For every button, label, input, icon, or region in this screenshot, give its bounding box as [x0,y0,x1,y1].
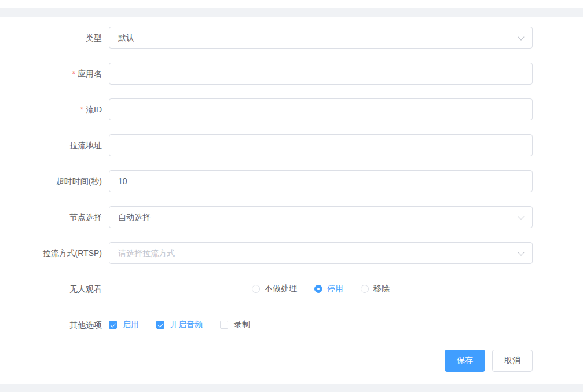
checkbox-icon [220,321,228,329]
checkbox-record[interactable]: 录制 [220,320,250,330]
radio-disable-label: 停用 [327,284,343,294]
timeout-label: 超时时间(秒) [0,170,102,192]
checkbox-enable[interactable]: 启用 [109,320,139,330]
pull-url-input-wrap [109,134,533,156]
form-actions: 保存 取消 [0,350,533,372]
type-select-value: 默认 [118,27,134,48]
pull-mode-select-placeholder: 请选择拉流方式 [118,243,175,263]
no-viewer-label: 无人观看 [0,278,102,300]
checkbox-enable-label: 启用 [123,320,139,330]
stream-id-input-wrap [109,98,533,120]
form-row-other-options: 其他选项 启用 开启音频 录制 [0,314,583,336]
radio-no-action-label: 不做处理 [265,284,297,294]
checkbox-audio-label: 开启音频 [170,320,203,330]
timeout-input[interactable] [109,170,533,192]
node-select-label: 节点选择 [0,206,102,228]
type-label: 类型 [0,27,102,49]
required-asterisk: * [80,105,83,114]
form-row-pull-mode: 拉流方式(RTSP) 请选择拉流方式 [0,242,583,264]
pull-url-input[interactable] [109,134,533,156]
form-row-stream-id: *流ID [0,98,583,120]
other-options-label: 其他选项 [0,314,102,336]
form-row-pull-url: 拉流地址 [0,134,583,156]
radio-remove-label: 移除 [373,284,390,294]
top-white-strip [0,0,583,8]
type-select[interactable]: 默认 [109,27,533,49]
pull-mode-select-wrap: 请选择拉流方式 [109,242,533,264]
checkbox-icon [156,321,164,329]
node-select[interactable]: 自动选择 [109,206,533,228]
pull-mode-label: 拉流方式(RTSP) [0,242,102,264]
app-name-label: *应用名 [0,63,102,85]
chevron-down-icon [518,35,523,40]
chevron-down-icon [518,214,523,219]
radio-circle-icon [361,285,369,293]
form-row-no-viewer: 无人观看 不做处理 停用 移除 [0,278,583,300]
form-row-node-select: 节点选择 自动选择 [0,206,583,228]
form-row-app-name: *应用名 [0,63,583,85]
radio-circle-icon [314,285,322,293]
stream-id-label: *流ID [0,98,102,120]
stream-config-form: 类型 默认 *应用名 *流ID 拉流地址 超时时间(秒) [0,17,583,384]
no-viewer-radio-group: 不做处理 停用 移除 [109,284,533,294]
save-button[interactable]: 保存 [445,350,485,372]
app-name-input-wrap [109,63,533,85]
pull-mode-select[interactable]: 请选择拉流方式 [109,242,533,264]
bottom-background-strip [0,384,583,392]
node-select-value: 自动选择 [118,207,151,228]
pull-url-label: 拉流地址 [0,134,102,156]
timeout-input-wrap [109,170,533,192]
checkbox-record-label: 录制 [234,320,250,330]
checkbox-icon [109,321,117,329]
checkbox-audio[interactable]: 开启音频 [156,320,203,330]
form-row-type: 类型 默认 [0,27,583,49]
stream-id-input[interactable] [109,98,533,120]
radio-no-action[interactable]: 不做处理 [252,284,297,294]
page-background-divider [0,8,583,17]
radio-remove[interactable]: 移除 [361,284,390,294]
radio-circle-icon [252,285,260,293]
other-options-checkbox-group: 启用 开启音频 录制 [109,320,533,330]
app-name-input[interactable] [109,63,533,85]
required-asterisk: * [72,69,75,78]
type-select-wrap: 默认 [109,27,533,49]
radio-disable[interactable]: 停用 [314,284,343,294]
cancel-button[interactable]: 取消 [492,350,533,372]
form-row-timeout: 超时时间(秒) [0,170,583,192]
node-select-wrap: 自动选择 [109,206,533,228]
chevron-down-icon [518,250,523,255]
